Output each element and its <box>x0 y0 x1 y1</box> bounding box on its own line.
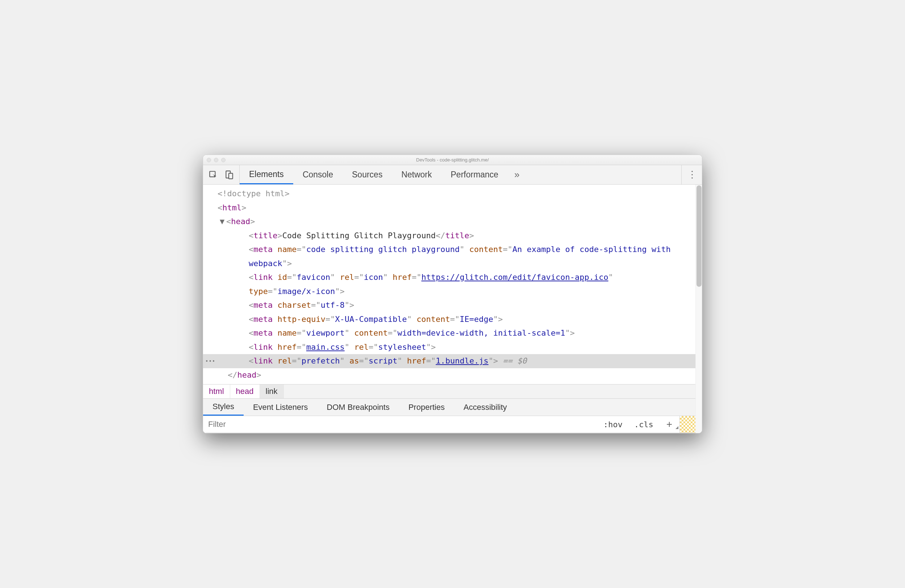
dom-title[interactable]: <title>Code Splitting Glitch Playground<… <box>218 229 695 243</box>
dom-head-close[interactable]: </head> <box>218 368 695 382</box>
hov-toggle[interactable]: :hov <box>598 420 629 429</box>
subtab-accessibility[interactable]: Accessibility <box>454 399 516 416</box>
svg-rect-2 <box>229 173 233 178</box>
titlebar: DevTools - code-splitting.glitch.me/ <box>203 155 702 165</box>
dom-html-open[interactable]: <html> <box>218 201 695 215</box>
expand-arrow-icon[interactable]: ▼ <box>220 215 226 229</box>
tab-sources[interactable]: Sources <box>343 165 392 184</box>
crumb-html[interactable]: html <box>203 385 230 398</box>
dom-link-prefetch-selected[interactable]: <link rel="prefetch" as="script" href="1… <box>203 354 695 368</box>
styles-tabs: Styles Event Listeners DOM Breakpoints P… <box>203 398 695 416</box>
device-toolbar-icon[interactable] <box>224 170 234 180</box>
traffic-lights <box>207 158 225 162</box>
favicon-href-link[interactable]: https://glitch.com/edit/favicon-app.ico <box>421 273 608 282</box>
settings-menu-icon[interactable]: ⋮ <box>687 169 696 180</box>
cls-toggle[interactable]: .cls <box>629 420 659 429</box>
dom-link-stylesheet[interactable]: <link href="main.css" rel="stylesheet"> <box>218 340 695 354</box>
tab-network[interactable]: Network <box>392 165 441 184</box>
subtab-styles[interactable]: Styles <box>203 399 244 416</box>
selection-marker: == $0 <box>498 356 527 366</box>
maincss-href-link[interactable]: main.css <box>306 343 345 351</box>
scrollbar-thumb[interactable] <box>697 185 702 287</box>
toolbar-left <box>203 165 240 184</box>
scrollbar[interactable] <box>695 185 702 433</box>
tab-overflow[interactable]: » <box>508 165 526 184</box>
close-window-button[interactable] <box>207 158 211 162</box>
new-style-rule-button[interactable]: + <box>659 418 680 430</box>
dom-doctype[interactable]: <!doctype html> <box>218 187 695 201</box>
minimize-window-button[interactable] <box>214 158 218 162</box>
toolbar-right: ⋮ <box>681 165 702 184</box>
dom-link-favicon[interactable]: <link id="favicon" rel="icon" href="http… <box>218 270 695 298</box>
dom-meta-viewport[interactable]: <meta name="viewport" content="width=dev… <box>218 326 695 340</box>
subtab-properties[interactable]: Properties <box>399 399 454 416</box>
bundle-href-link[interactable]: 1.bundle.js <box>436 356 489 366</box>
dom-head-open[interactable]: ▼<head> <box>218 215 695 229</box>
inspect-element-icon[interactable] <box>208 170 218 180</box>
tab-performance[interactable]: Performance <box>441 165 508 184</box>
dom-meta-charset[interactable]: <meta charset="utf-8"> <box>218 298 695 313</box>
dom-tree[interactable]: <!doctype html> <html> ▼<head> <title>Co… <box>203 185 695 384</box>
crumb-link[interactable]: link <box>260 385 284 398</box>
computed-box-swatch <box>680 416 695 433</box>
styles-filter-input[interactable] <box>203 416 598 433</box>
main-toolbar: Elements Console Sources Network Perform… <box>203 165 702 185</box>
tab-elements[interactable]: Elements <box>240 165 293 184</box>
zoom-window-button[interactable] <box>221 158 225 162</box>
devtools-window: DevTools - code-splitting.glitch.me/ Ele… <box>203 154 702 434</box>
window-title: DevTools - code-splitting.glitch.me/ <box>203 157 702 162</box>
tab-console[interactable]: Console <box>293 165 343 184</box>
main-tabs: Elements Console Sources Network Perform… <box>240 165 681 184</box>
subtab-dom-breakpoints[interactable]: DOM Breakpoints <box>318 399 399 416</box>
crumb-head[interactable]: head <box>230 385 260 398</box>
dom-meta-compat[interactable]: <meta http-equiv="X-UA-Compatible" conte… <box>218 313 695 327</box>
subtab-event-listeners[interactable]: Event Listeners <box>244 399 318 416</box>
styles-filter-bar: :hov .cls + <box>203 416 695 433</box>
dom-meta-description[interactable]: <meta name="code splitting glitch playgr… <box>218 243 695 270</box>
breadcrumb: html head link <box>203 384 695 398</box>
